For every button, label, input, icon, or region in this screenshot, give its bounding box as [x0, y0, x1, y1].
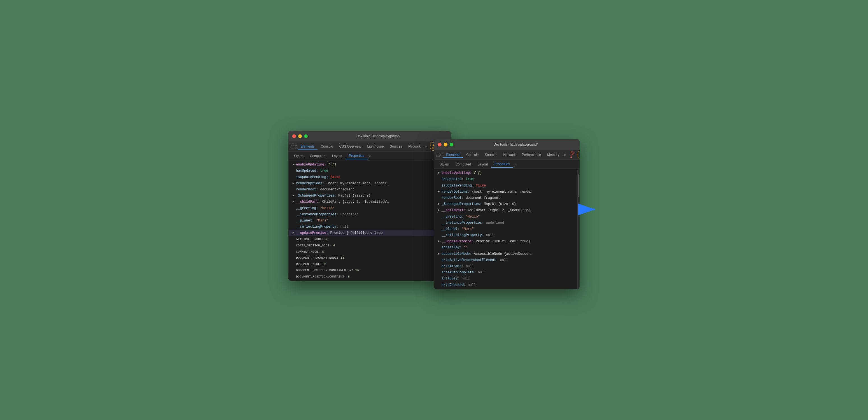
error-badge-front[interactable]: 🚫 1	[569, 151, 576, 159]
properties-panel-front: ▶ enableUpdating: f () hasUpdated: true …	[434, 169, 580, 289]
prop-changedProperties-back[interactable]: ▶ _$changedProperties: Map(0) {size: 0}	[288, 192, 448, 199]
prop-enableUpdating-back[interactable]: ▶ enableUpdating: f ()	[288, 161, 448, 168]
prop-ATTRIBUTE_NODE-back[interactable]: ATTRIBUTE_NODE: 2	[288, 236, 448, 242]
properties-content-front: ▶ enableUpdating: f () hasUpdated: true …	[434, 169, 577, 289]
maximize-button-front[interactable]	[450, 143, 453, 146]
tab-elements-back[interactable]: Elements	[298, 143, 317, 150]
tab-network-front[interactable]: Network	[501, 152, 519, 158]
prop-DOCUMENT_NODE-back[interactable]: DOCUMENT_NODE: 9	[288, 261, 448, 267]
prop-CDATA-back[interactable]: CDATA_SECTION_NODE: 4	[288, 242, 448, 249]
titlebar-front: DevTools - lit.dev/playground/	[434, 139, 580, 150]
subtab-more-front[interactable]: »	[513, 162, 518, 166]
properties-list-front: ▶ enableUpdating: f () hasUpdated: true …	[434, 169, 577, 289]
tab-network-back[interactable]: Network	[405, 143, 423, 150]
minimize-button-back[interactable]	[298, 134, 302, 138]
prop-ariaActive-front[interactable]: ariaActiveDescendantElement: null	[434, 257, 577, 263]
subtab-styles-front[interactable]: Styles	[436, 161, 452, 168]
prop-planet-front[interactable]: __planet: "Mars"	[434, 226, 577, 232]
close-button-front[interactable]	[438, 143, 441, 146]
more-tabs-front[interactable]: »	[563, 153, 567, 157]
expand-icon[interactable]: ▶	[292, 162, 295, 168]
prop-enableUpdating-front[interactable]: ▶ enableUpdating: f ()	[434, 170, 577, 176]
subtab-styles-back[interactable]: Styles	[291, 153, 307, 159]
prop-changedProperties-front[interactable]: ▶ _$changedProperties: Map(0) {size: 0}	[434, 201, 577, 207]
prop-ariaAutoComplete-front[interactable]: ariaAutoComplete: null	[434, 269, 577, 275]
properties-panel-back: ▶ enableUpdating: f () hasUpdated: true …	[288, 160, 451, 281]
subtab-computed-front[interactable]: Computed	[452, 161, 474, 168]
prop-greeting-back[interactable]: __greeting: "Hello"	[288, 205, 448, 211]
prop-renderRoot-back[interactable]: renderRoot: document-fragment	[288, 186, 448, 192]
tab-console-front[interactable]: Console	[464, 152, 482, 158]
properties-content-back: ▶ enableUpdating: f () hasUpdated: true …	[288, 160, 448, 281]
prop-ariaAtomic-front[interactable]: ariaAtomic: null	[434, 263, 577, 269]
prop-DOC_POS_CONTAINED-back[interactable]: DOCUMENT_POSITION_CONTAINED_BY: 16	[288, 267, 448, 273]
prop-childPart-front[interactable]: ▶ __childPart: ChildPart {type: 2, _$com…	[434, 207, 577, 213]
prop-hasUpdated-back[interactable]: hasUpdated: true	[288, 168, 448, 174]
tab-performance-front[interactable]: Performance	[519, 152, 544, 158]
tab-lighthouse-back[interactable]: Lighthouse	[365, 143, 387, 150]
scene: DevTools - lit.dev/playground/ ⬚ □ Eleme…	[288, 131, 580, 289]
minimize-button-front[interactable]	[444, 143, 447, 146]
prop-updatePromise-front[interactable]: ▶ __updatePromise: Promise {<fulfilled>:…	[434, 238, 577, 244]
subtab-layout-front[interactable]: Layout	[474, 161, 491, 168]
scrollbar-front[interactable]	[577, 169, 580, 289]
window-title-front: DevTools - lit.dev/playground/	[456, 143, 576, 146]
arrow	[577, 203, 599, 217]
prop-isUpdatePending-back[interactable]: isUpdatePending: false	[288, 174, 448, 180]
tab-css-overview-back[interactable]: CSS Overview	[337, 143, 364, 150]
properties-list-back: ▶ enableUpdating: f () hasUpdated: true …	[288, 160, 448, 281]
main-toolbar-back: ⬚ □ Elements Console CSS Overview Lighth…	[288, 141, 451, 151]
sub-tabs-back: Styles Computed Layout Properties »	[288, 151, 451, 160]
prop-isUpdatePending-front[interactable]: isUpdatePending: false	[434, 183, 577, 189]
titlebar-back: DevTools - lit.dev/playground/	[288, 131, 451, 141]
prop-accessKey-front[interactable]: accessKey: ""	[434, 244, 577, 250]
subtab-layout-back[interactable]: Layout	[329, 153, 345, 159]
prop-childPart-back[interactable]: ▶ __childPart: ChildPart {type: 2, _$com…	[288, 199, 448, 205]
prop-updatePromise-back[interactable]: ▶ __updatePromise: Promise {<fulfilled>:…	[288, 230, 448, 236]
prop-renderRoot-front[interactable]: renderRoot: document-fragment	[434, 195, 577, 201]
prop-DOC_POS_CONTAINS-back[interactable]: DOCUMENT_POSITION_CONTAINS: 8	[288, 274, 448, 280]
prop-instanceProperties-front[interactable]: __instanceProperties: undefined	[434, 220, 577, 226]
devtools-window-back: DevTools - lit.dev/playground/ ⬚ □ Eleme…	[288, 131, 451, 281]
prop-reflectingProperty-back[interactable]: __reflectingProperty: null	[288, 224, 448, 230]
warning-badge-front[interactable]: ▲ 3	[578, 151, 580, 159]
tab-sources-front[interactable]: Sources	[482, 152, 500, 158]
cursor-icon[interactable]: ⬚	[291, 143, 294, 150]
close-button-back[interactable]	[292, 134, 296, 138]
tab-memory-front[interactable]: Memory	[544, 152, 562, 158]
subtab-properties-front[interactable]: Properties	[491, 161, 513, 168]
prop-hasUpdated-front[interactable]: hasUpdated: true	[434, 176, 577, 182]
main-toolbar-front: ⬚ □ Elements Console Sources Network Per…	[434, 150, 580, 160]
tab-elements-front[interactable]: Elements	[443, 152, 463, 158]
devtools-window-front: DevTools - lit.dev/playground/ ⬚ □ Eleme…	[434, 139, 580, 289]
prop-planet-back[interactable]: __planet: "Mars"	[288, 217, 448, 224]
subtab-more-back[interactable]: »	[368, 154, 372, 158]
cursor-icon-front[interactable]: ⬚	[436, 151, 440, 158]
prop-DOCUMENT_FRAGMENT-back[interactable]: DOCUMENT_FRAGMENT_NODE: 11	[288, 255, 448, 261]
prop-renderOptions-front[interactable]: ▶ renderOptions: {host: my-element.mars,…	[434, 189, 577, 195]
more-tabs-back[interactable]: »	[424, 144, 428, 148]
prop-renderOptions-back[interactable]: ▶ renderOptions: {host: my-element.mars,…	[288, 180, 448, 186]
subtab-computed-back[interactable]: Computed	[307, 153, 329, 159]
prop-reflectingProperty-front[interactable]: __reflectingProperty: null	[434, 232, 577, 238]
prop-accessibleNode-front[interactable]: ▶ accessibleNode: AccessibleNode {active…	[434, 251, 577, 257]
inspector-icon-front[interactable]: □	[440, 151, 443, 158]
sub-tabs-front: Styles Computed Layout Properties »	[434, 160, 580, 169]
prop-ariaBusy-front[interactable]: ariaBusy: null	[434, 275, 577, 282]
subtab-properties-back[interactable]: Properties	[345, 153, 368, 159]
prop-instanceProperties-back[interactable]: __instanceProperties: undefined	[288, 211, 448, 217]
scrollbar-thumb-front[interactable]	[578, 175, 579, 197]
prop-COMMENT-back[interactable]: COMMENT_NODE: 8	[288, 249, 448, 255]
prop-greeting-front[interactable]: __greeting: "Hello"	[434, 214, 577, 220]
window-title-back: DevTools - lit.dev/playground/	[310, 134, 447, 138]
tab-sources-back[interactable]: Sources	[387, 143, 405, 150]
prop-ariaChecked-front[interactable]: ariaChecked: null	[434, 282, 577, 288]
tab-console-back[interactable]: Console	[318, 143, 336, 150]
inspector-icon[interactable]: □	[295, 143, 297, 150]
maximize-button-back[interactable]	[304, 134, 308, 138]
